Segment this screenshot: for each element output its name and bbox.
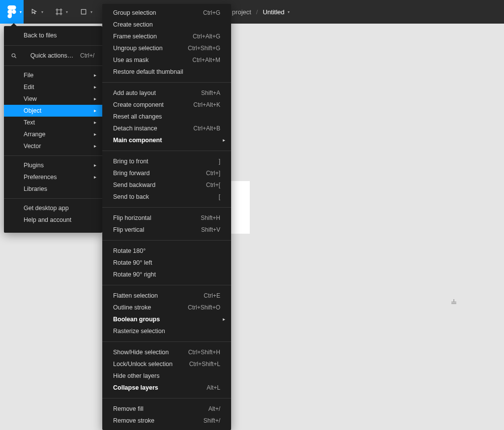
shape-tool[interactable]: ▾ [73, 0, 97, 24]
breadcrumb-separator: / [256, 8, 258, 16]
menu-vector[interactable]: Vector▸ [4, 140, 102, 152]
menu-separator [4, 65, 102, 66]
menu-edit[interactable]: Edit▸ [4, 81, 102, 93]
menu-bring-forward[interactable]: Bring forwardCtrl+] [102, 167, 231, 179]
chevron-right-icon: ▸ [94, 159, 96, 171]
menu-remove-fill[interactable]: Remove fillAlt+/ [102, 403, 231, 415]
menu-arrange[interactable]: Arrange▸ [4, 128, 102, 140]
menu-libraries[interactable]: Libraries [4, 183, 102, 195]
menu-flip-vertical[interactable]: Flip verticalShift+V [102, 224, 231, 236]
chevron-down-icon: ▾ [20, 10, 22, 14]
menu-boolean-groups[interactable]: Boolean groups▸ [102, 313, 231, 325]
menu-separator [102, 341, 231, 342]
figma-logo-icon [7, 5, 16, 18]
menu-outline-stroke[interactable]: Outline strokeCtrl+Shift+O [102, 302, 231, 313]
menu-separator [102, 398, 231, 399]
menu-preferences[interactable]: Preferences▸ [4, 171, 102, 183]
menu-use-as-mask[interactable]: Use as maskCtrl+Alt+M [102, 54, 231, 66]
cursor-icon [30, 8, 38, 16]
chevron-down-icon: ▾ [89, 10, 94, 14]
chevron-right-icon: ▸ [94, 105, 96, 117]
chevron-down-icon: ▾ [40, 10, 45, 14]
menu-collapse-layers[interactable]: Collapse layersAlt+L [102, 382, 231, 394]
chevron-down-icon: ▾ [288, 10, 290, 14]
chevron-right-icon: ▸ [94, 140, 96, 152]
search-icon [11, 53, 18, 59]
menu-bring-to-front[interactable]: Bring to front] [102, 155, 231, 167]
menu-help-and-account[interactable]: Help and account [4, 214, 102, 226]
menu-rotate-right[interactable]: Rotate 90° right [102, 269, 231, 280]
menu-reset-all-changes[interactable]: Reset all changes [102, 111, 231, 123]
menu-remove-stroke[interactable]: Remove strokeShift+/ [102, 415, 231, 427]
menu-rasterize-selection[interactable]: Rasterize selection [102, 325, 231, 337]
chevron-right-icon: ▸ [94, 93, 96, 105]
menu-plugins[interactable]: Plugins▸ [4, 159, 102, 171]
svg-point-0 [12, 10, 16, 14]
menu-rotate-left[interactable]: Rotate 90° left [102, 257, 231, 269]
menu-flip-horizontal[interactable]: Flip horizontalShift+H [102, 212, 231, 224]
move-tool[interactable]: ▾ [24, 0, 48, 24]
chevron-right-icon: ▸ [94, 117, 96, 128]
object-submenu: Group selectionCtrl+G Create section Fra… [102, 4, 231, 430]
menu-main-component[interactable]: Main component▸ [102, 134, 231, 146]
file-title: Untitled [263, 8, 284, 16]
menu-detach-instance[interactable]: Detach instanceCtrl+Alt+B [102, 123, 231, 134]
menu-object[interactable]: Object▸ [4, 105, 102, 117]
menu-add-auto-layout[interactable]: Add auto layoutShift+A [102, 87, 231, 99]
menu-back-to-files[interactable]: Back to files [4, 29, 102, 42]
rectangle-icon [80, 8, 88, 16]
svg-point-2 [12, 54, 15, 57]
chevron-right-icon: ▸ [223, 134, 225, 146]
menu-send-backward[interactable]: Send backwardCtrl+[ [102, 179, 231, 191]
menu-flatten-selection[interactable]: Flatten selectionCtrl+E [102, 290, 231, 302]
chevron-right-icon: ▸ [94, 81, 96, 93]
menu-ungroup-selection[interactable]: Ungroup selectionCtrl+Shift+G [102, 42, 231, 54]
menu-frame-selection[interactable]: Frame selectionCtrl+Alt+G [102, 31, 231, 42]
menu-swap-fill-and-stroke[interactable]: Swap fill and strokeShift+X [102, 427, 231, 430]
main-menu-button[interactable]: ▾ [0, 0, 24, 24]
menu-group-selection[interactable]: Group selectionCtrl+G [102, 7, 231, 19]
chevron-right-icon: ▸ [94, 69, 96, 81]
menu-separator [4, 155, 102, 156]
menu-restore-default-thumbnail[interactable]: Restore default thumbnail [102, 66, 231, 78]
menu-separator [102, 285, 231, 285]
svg-rect-1 [81, 9, 86, 14]
menu-view[interactable]: View▸ [4, 93, 102, 105]
menu-rotate-180[interactable]: Rotate 180° [102, 245, 231, 257]
chevron-right-icon: ▸ [223, 313, 225, 325]
chevron-down-icon: ▾ [65, 10, 70, 14]
main-menu: Back to files Quick actions… Ctrl+/ File… [4, 26, 102, 233]
frame-icon [55, 8, 63, 16]
frame-tool[interactable]: ▾ [48, 0, 73, 24]
menu-separator [102, 151, 231, 151]
chevron-right-icon: ▸ [94, 128, 96, 140]
file-title-dropdown[interactable]: Untitled ▾ [263, 8, 289, 16]
chevron-right-icon: ▸ [94, 171, 96, 183]
menu-file[interactable]: File▸ [4, 69, 102, 81]
menu-separator [102, 82, 231, 83]
menu-create-component[interactable]: Create componentCtrl+Alt+K [102, 99, 231, 111]
menu-quick-actions[interactable]: Quick actions… Ctrl+/ [4, 49, 102, 62]
menu-lock-unlock-selection[interactable]: Lock/Unlock selectionCtrl+Shift+L [102, 358, 231, 370]
trash-icon [451, 299, 456, 305]
top-toolbar: ▾ ▾ ▾ ▾ Team project / Untitled ▾ [0, 0, 504, 24]
menu-hide-other-layers[interactable]: Hide other layers [102, 370, 231, 382]
menu-show-hide-selection[interactable]: Show/Hide selectionCtrl+Shift+H [102, 346, 231, 358]
menu-separator [102, 240, 231, 241]
menu-create-section[interactable]: Create section [102, 19, 231, 31]
menu-separator [4, 45, 102, 46]
menu-get-desktop-app[interactable]: Get desktop app [4, 202, 102, 214]
menu-send-to-back[interactable]: Send to back[ [102, 191, 231, 203]
menu-text[interactable]: Text▸ [4, 117, 102, 128]
menu-separator [4, 198, 102, 199]
menu-separator [102, 207, 231, 208]
